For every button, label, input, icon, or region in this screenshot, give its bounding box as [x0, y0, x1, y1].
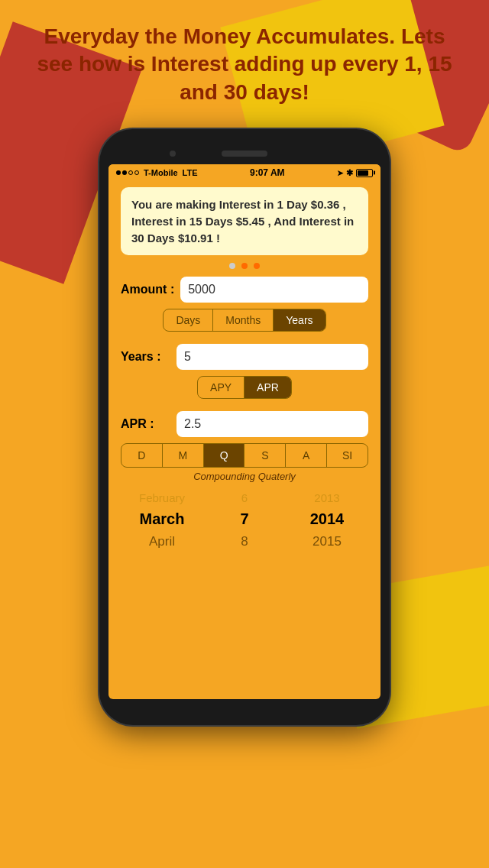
date-picker: February 6 2013 March 7 2014 April 8 201… [121, 488, 368, 552]
signal-dot-1 [116, 170, 121, 175]
amount-input[interactable] [180, 277, 368, 303]
status-bar: T-Mobile LTE 9:07 AM ➤ ✱ [108, 164, 381, 181]
date-month-2: March [121, 510, 203, 528]
signal-dot-3 [128, 170, 133, 175]
amount-row: Amount : [121, 277, 368, 303]
freq-q-btn[interactable]: Q [204, 444, 245, 467]
date-row-3: April 8 2015 [121, 531, 368, 552]
rate-type-segment-wrap: APY APR [121, 376, 368, 405]
location-icon: ➤ [337, 169, 343, 177]
freq-si-btn[interactable]: SI [327, 444, 368, 467]
date-day-1: 6 [203, 491, 286, 504]
signal-dot-4 [134, 170, 139, 175]
phone-speaker [222, 151, 267, 157]
message-box: You are making Interest in 1 Day $0.36 ,… [121, 187, 368, 255]
rate-type-segment: APY APR [197, 376, 292, 399]
date-month-3: April [121, 534, 203, 549]
compounding-segment: D M Q S A SI [121, 443, 368, 468]
date-year-3: 2015 [286, 534, 368, 549]
battery-icon [356, 169, 373, 177]
compounding-label: Compounding Quaterly [121, 471, 368, 482]
dot-3 [254, 263, 260, 269]
years-label: Years : [121, 350, 170, 364]
apr-input[interactable] [176, 411, 368, 437]
date-month-1: February [121, 491, 203, 504]
period-days-btn[interactable]: Days [164, 309, 213, 331]
battery-fill [358, 170, 368, 176]
freq-a-btn[interactable]: A [286, 444, 327, 467]
page-header: Everyday the Money Accumulates. Lets see… [0, 0, 489, 121]
status-right: ➤ ✱ [337, 168, 373, 178]
rate-apr-btn[interactable]: APR [244, 377, 291, 398]
dot-2 [241, 263, 248, 269]
bluetooth-icon: ✱ [346, 168, 353, 178]
carrier-label: T-Mobile [144, 168, 178, 177]
period-segment: Days Months Years [163, 309, 325, 332]
years-row: Years : [121, 344, 368, 370]
signal-dot-2 [122, 170, 127, 175]
dot-1 [229, 263, 235, 269]
date-day-2: 7 [203, 510, 286, 528]
time-label: 9:07 AM [250, 167, 285, 178]
freq-m-btn[interactable]: M [163, 444, 204, 467]
period-years-btn[interactable]: Years [274, 309, 325, 331]
status-left: T-Mobile LTE [116, 168, 198, 177]
screen-content: You are making Interest in 1 Day $0.36 ,… [108, 181, 381, 559]
period-months-btn[interactable]: Months [213, 309, 274, 331]
period-segment-wrap: Days Months Years [121, 309, 368, 338]
amount-label: Amount : [121, 283, 174, 296]
date-year-1: 2013 [286, 491, 368, 504]
apr-label: APR : [121, 417, 170, 431]
rate-apy-btn[interactable]: APY [198, 377, 244, 398]
date-row-1: February 6 2013 [121, 488, 368, 507]
signal-dots [116, 170, 139, 175]
dots-indicator [121, 263, 368, 269]
screen: T-Mobile LTE 9:07 AM ➤ ✱ You are makin [108, 164, 381, 699]
freq-d-btn[interactable]: D [121, 444, 163, 467]
phone-frame: T-Mobile LTE 9:07 AM ➤ ✱ You are makin [0, 129, 489, 725]
date-row-2[interactable]: March 7 2014 [121, 507, 368, 531]
network-label: LTE [183, 168, 198, 177]
freq-s-btn[interactable]: S [244, 444, 286, 467]
apr-row: APR : [121, 411, 368, 437]
date-day-3: 8 [203, 534, 286, 549]
years-input[interactable] [176, 344, 368, 370]
phone-top [108, 143, 381, 164]
phone-camera [170, 151, 176, 157]
date-year-2: 2014 [286, 510, 368, 528]
